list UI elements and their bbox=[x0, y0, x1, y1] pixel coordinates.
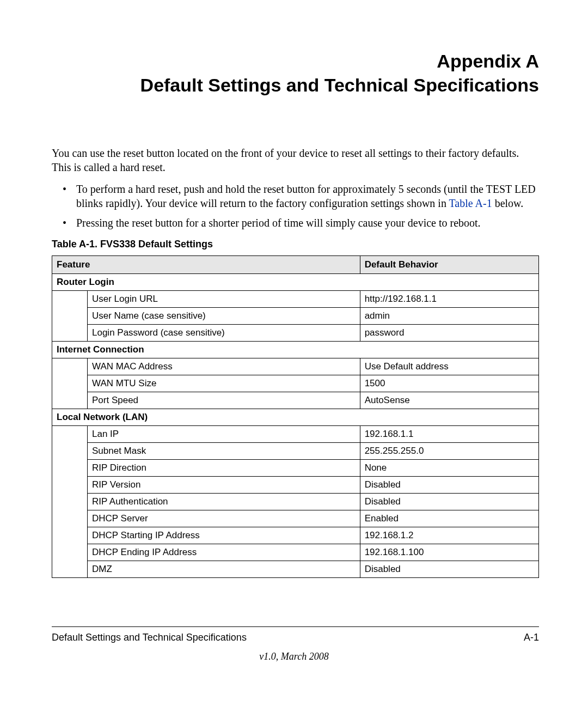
feature-cell: DHCP Ending IP Address bbox=[88, 544, 360, 561]
feature-cell: Subnet Mask bbox=[88, 443, 360, 460]
value-cell: 192.168.1.100 bbox=[360, 544, 538, 561]
indent-cell bbox=[52, 460, 88, 477]
feature-cell: RIP Direction bbox=[88, 460, 360, 477]
table-row: DHCP Server Enabled bbox=[52, 510, 539, 527]
indent-cell bbox=[52, 477, 88, 494]
default-settings-table: Feature Default Behavior Router Login Us… bbox=[52, 255, 539, 578]
indent-cell bbox=[52, 375, 88, 392]
table-row: DHCP Starting IP Address 192.168.1.2 bbox=[52, 527, 539, 544]
list-item: Pressing the reset button for a shorter … bbox=[76, 216, 539, 230]
value-cell: Disabled bbox=[360, 477, 538, 494]
feature-cell: DHCP Starting IP Address bbox=[88, 527, 360, 544]
value-cell: 255.255.255.0 bbox=[360, 443, 538, 460]
table-row: Login Password (case sensitive) password bbox=[52, 325, 539, 342]
list-item: To perform a hard reset, push and hold t… bbox=[76, 182, 539, 210]
table-row: Subnet Mask 255.255.255.0 bbox=[52, 443, 539, 460]
indent-cell bbox=[52, 494, 88, 510]
footer-section-title: Default Settings and Technical Specifica… bbox=[52, 632, 247, 643]
feature-cell: Login Password (case sensitive) bbox=[88, 325, 360, 342]
bullet-list: To perform a hard reset, push and hold t… bbox=[52, 182, 539, 230]
table-row: WAN MAC Address Use Default address bbox=[52, 358, 539, 375]
footer-divider bbox=[52, 626, 539, 627]
footer-row: Default Settings and Technical Specifica… bbox=[52, 632, 539, 643]
indent-cell bbox=[52, 291, 88, 308]
indent-cell bbox=[52, 510, 88, 527]
section-row-router-login: Router Login bbox=[52, 274, 539, 291]
feature-cell: WAN MAC Address bbox=[88, 358, 360, 375]
indent-cell bbox=[52, 561, 88, 578]
indent-cell bbox=[52, 308, 88, 325]
table-row: DMZ Disabled bbox=[52, 561, 539, 578]
bullet-text-suffix: below. bbox=[492, 197, 524, 209]
value-cell: http://192.168.1.1 bbox=[360, 291, 538, 308]
indent-cell bbox=[52, 426, 88, 443]
intro-paragraph: You can use the reset button located on … bbox=[52, 146, 539, 174]
table-row: User Name (case sensitive) admin bbox=[52, 308, 539, 325]
section-label: Internet Connection bbox=[52, 342, 539, 358]
indent-cell bbox=[52, 544, 88, 561]
value-cell: admin bbox=[360, 308, 538, 325]
value-cell: Enabled bbox=[360, 510, 538, 527]
feature-cell: RIP Version bbox=[88, 477, 360, 494]
indent-cell bbox=[52, 325, 88, 342]
header-behavior: Default Behavior bbox=[360, 256, 538, 274]
page-title-block: Appendix A Default Settings and Technica… bbox=[52, 49, 539, 97]
indent-cell bbox=[52, 358, 88, 375]
section-label: Router Login bbox=[52, 274, 539, 291]
header-feature: Feature bbox=[52, 256, 360, 274]
section-label: Local Network (LAN) bbox=[52, 409, 539, 426]
feature-cell: RIP Authentication bbox=[88, 494, 360, 510]
feature-cell: DHCP Server bbox=[88, 510, 360, 527]
feature-cell: Lan IP bbox=[88, 426, 360, 443]
page-title: Default Settings and Technical Specifica… bbox=[52, 73, 539, 97]
section-row-internet: Internet Connection bbox=[52, 342, 539, 358]
footer-version: v1.0, March 2008 bbox=[0, 651, 588, 662]
value-cell: AutoSense bbox=[360, 392, 538, 409]
table-row: RIP Version Disabled bbox=[52, 477, 539, 494]
feature-cell: WAN MTU Size bbox=[88, 375, 360, 392]
footer-page-number: A-1 bbox=[524, 632, 539, 643]
table-header-row: Feature Default Behavior bbox=[52, 256, 539, 274]
value-cell: 192.168.1.2 bbox=[360, 527, 538, 544]
feature-cell: User Login URL bbox=[88, 291, 360, 308]
indent-cell bbox=[52, 392, 88, 409]
value-cell: 1500 bbox=[360, 375, 538, 392]
value-cell: Disabled bbox=[360, 494, 538, 510]
section-row-lan: Local Network (LAN) bbox=[52, 409, 539, 426]
value-cell: Use Default address bbox=[360, 358, 538, 375]
table-row: RIP Authentication Disabled bbox=[52, 494, 539, 510]
indent-cell bbox=[52, 527, 88, 544]
indent-cell bbox=[52, 443, 88, 460]
table-row: WAN MTU Size 1500 bbox=[52, 375, 539, 392]
table-link[interactable]: Table A-1 bbox=[449, 197, 492, 209]
table-row: User Login URL http://192.168.1.1 bbox=[52, 291, 539, 308]
appendix-label: Appendix A bbox=[52, 49, 539, 73]
value-cell: Disabled bbox=[360, 561, 538, 578]
table-row: Port Speed AutoSense bbox=[52, 392, 539, 409]
feature-cell: Port Speed bbox=[88, 392, 360, 409]
table-row: RIP Direction None bbox=[52, 460, 539, 477]
value-cell: password bbox=[360, 325, 538, 342]
feature-cell: DMZ bbox=[88, 561, 360, 578]
table-row: DHCP Ending IP Address 192.168.1.100 bbox=[52, 544, 539, 561]
feature-cell: User Name (case sensitive) bbox=[88, 308, 360, 325]
value-cell: None bbox=[360, 460, 538, 477]
table-row: Lan IP 192.168.1.1 bbox=[52, 426, 539, 443]
value-cell: 192.168.1.1 bbox=[360, 426, 538, 443]
table-caption: Table A-1. FVS338 Default Settings bbox=[52, 239, 539, 250]
